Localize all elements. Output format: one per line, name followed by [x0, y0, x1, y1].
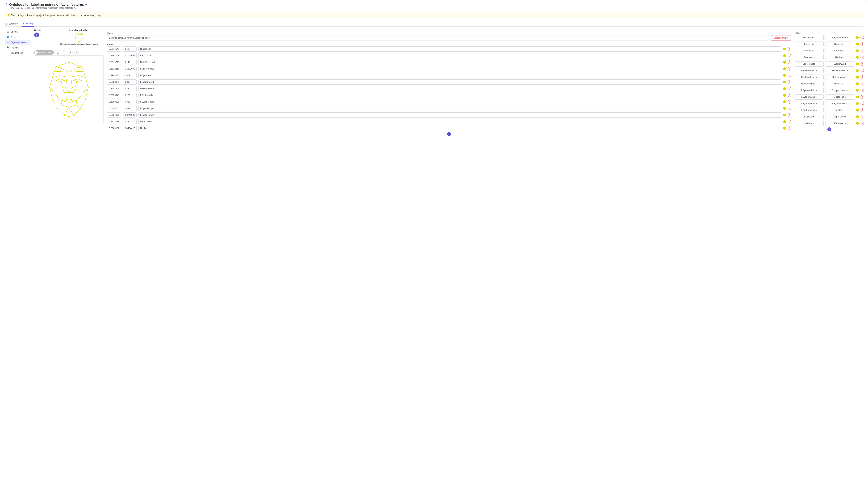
delete-edge-button[interactable]: [860, 122, 864, 125]
color-swatch[interactable]: [783, 48, 786, 50]
point-y-input[interactable]: [123, 126, 137, 131]
add-edge-button[interactable]: +: [827, 127, 831, 131]
skeleton-mode-button[interactable]: ⍊: [62, 50, 66, 55]
edge-to-select[interactable]: Hairline▾: [825, 55, 854, 60]
color-swatch[interactable]: [783, 74, 786, 77]
color-swatch[interactable]: [783, 61, 786, 63]
point-name-input[interactable]: [138, 126, 782, 131]
point-y-input[interactable]: [123, 66, 137, 71]
tab-settings[interactable]: ⚙ Settings: [22, 21, 34, 27]
sidebar-item-options[interactable]: ☰ Options: [5, 29, 31, 34]
primitive-thumbnail[interactable]: [74, 32, 85, 42]
delete-point-button[interactable]: [788, 47, 791, 51]
color-swatch[interactable]: [856, 62, 859, 65]
edge-from-select[interactable]: REyebrowEnd▾: [795, 88, 824, 93]
color-swatch[interactable]: [783, 107, 786, 110]
point-y-input[interactable]: [123, 73, 137, 78]
color-swatch[interactable]: [783, 120, 786, 123]
edge-to-select[interactable]: REyebrowEnd▾: [825, 61, 854, 67]
sidebar-item-object-primitives[interactable]: ○ Object primitives: [5, 40, 31, 45]
delete-point-button[interactable]: [788, 120, 791, 123]
info-icon[interactable]: i: [99, 14, 101, 17]
color-swatch[interactable]: [856, 96, 859, 98]
add-point-button[interactable]: +: [68, 50, 73, 55]
edge-from-select[interactable]: RMidForehead▾: [795, 61, 824, 67]
edge-to-select[interactable]: LForehead▾: [825, 94, 854, 100]
edge-to-select[interactable]: RMidForehead▾: [825, 68, 854, 73]
point-x-input[interactable]: [107, 60, 121, 65]
point-y-input[interactable]: [123, 119, 137, 124]
color-swatch[interactable]: [856, 116, 859, 118]
point-y-input[interactable]: [123, 93, 137, 98]
edge-to-select[interactable]: Right Ear▾: [825, 81, 854, 86]
point-name-input[interactable]: [138, 93, 782, 98]
edge-from-select[interactable]: LEyebrowEnd▾: [795, 101, 824, 106]
edge-from-select[interactable]: LForehead▾: [795, 55, 824, 60]
point-name-input[interactable]: [138, 99, 782, 104]
sidebar-item-projects[interactable]: 💾 Projects: [5, 45, 31, 50]
edge-from-select[interactable]: REyebrowEnd▾: [795, 81, 824, 86]
edge-from-select[interactable]: LMidForehead▾: [795, 74, 824, 80]
delete-edge-button[interactable]: [860, 76, 864, 79]
sidebar-item-team[interactable]: 👥 Team: [5, 34, 31, 40]
color-swatch[interactable]: [783, 94, 786, 97]
edge-to-select[interactable]: REyebrowEnd▾: [825, 35, 854, 40]
edge-from-select[interactable]: Hairline▾: [795, 121, 824, 126]
edit-title-icon[interactable]: ✎: [85, 3, 87, 6]
point-y-input[interactable]: [123, 112, 137, 118]
edge-from-select[interactable]: LMidForehead▾: [795, 68, 824, 73]
delete-primitive-button[interactable]: Delete primitive: [771, 35, 791, 40]
recenter-button[interactable]: ◎: [55, 50, 60, 55]
export-button[interactable]: ⇪: [74, 50, 79, 55]
back-icon[interactable]: ❮: [5, 3, 7, 6]
delete-edge-button[interactable]: [860, 49, 864, 52]
edge-from-select[interactable]: LEyebrowEnd▾: [795, 94, 824, 100]
point-name-input[interactable]: [138, 47, 782, 52]
color-swatch[interactable]: [856, 49, 859, 52]
color-swatch[interactable]: [783, 100, 786, 103]
names-visibility-toggle[interactable]: Names hidden: [34, 50, 54, 54]
delete-edge-button[interactable]: [860, 42, 864, 46]
point-x-input[interactable]: [107, 79, 121, 84]
delete-edge-button[interactable]: [860, 89, 864, 92]
color-swatch[interactable]: [856, 69, 859, 72]
add-point-button-bottom[interactable]: +: [447, 132, 451, 136]
delete-edge-button[interactable]: [860, 108, 864, 112]
point-name-input[interactable]: [138, 119, 782, 124]
sidebar-item-danger-zone[interactable]: ! Danger zone: [5, 50, 31, 56]
edge-to-select[interactable]: Left Ear▾: [825, 108, 854, 113]
edge-to-select[interactable]: RUpper cheek▾: [825, 114, 854, 119]
color-swatch[interactable]: [856, 43, 859, 46]
point-name-input[interactable]: [138, 79, 782, 84]
color-swatch[interactable]: [856, 102, 859, 105]
point-x-input[interactable]: [107, 93, 121, 98]
delete-point-button[interactable]: [788, 54, 791, 57]
color-swatch[interactable]: [783, 68, 786, 70]
point-x-input[interactable]: [107, 106, 121, 111]
delete-point-button[interactable]: [788, 113, 791, 117]
point-name-input[interactable]: [138, 60, 782, 65]
delete-edge-button[interactable]: [860, 69, 864, 72]
delete-point-button[interactable]: [788, 74, 791, 77]
point-y-input[interactable]: [123, 60, 137, 65]
point-y-input[interactable]: [123, 99, 137, 104]
create-primitive-button[interactable]: +: [34, 32, 39, 37]
point-x-input[interactable]: [107, 126, 121, 131]
color-swatch[interactable]: [856, 109, 859, 112]
delete-edge-button[interactable]: [860, 36, 864, 39]
delete-edge-button[interactable]: [860, 56, 864, 59]
delete-point-button[interactable]: [788, 93, 791, 97]
color-swatch[interactable]: [783, 127, 786, 130]
point-x-input[interactable]: [107, 73, 121, 78]
delete-edge-button[interactable]: [860, 95, 864, 99]
point-name-input[interactable]: [138, 86, 782, 91]
edge-from-select[interactable]: LForehead▾: [795, 48, 824, 53]
edge-from-select[interactable]: LeftJawEnd▾: [795, 114, 824, 119]
color-swatch[interactable]: [783, 114, 786, 117]
point-x-input[interactable]: [107, 47, 121, 52]
color-swatch[interactable]: [856, 122, 859, 125]
point-x-input[interactable]: [107, 66, 121, 71]
edge-from-select[interactable]: RForehead▾: [795, 41, 824, 47]
edge-to-select[interactable]: Right Ear▾: [825, 41, 854, 47]
delete-point-button[interactable]: [788, 100, 791, 103]
